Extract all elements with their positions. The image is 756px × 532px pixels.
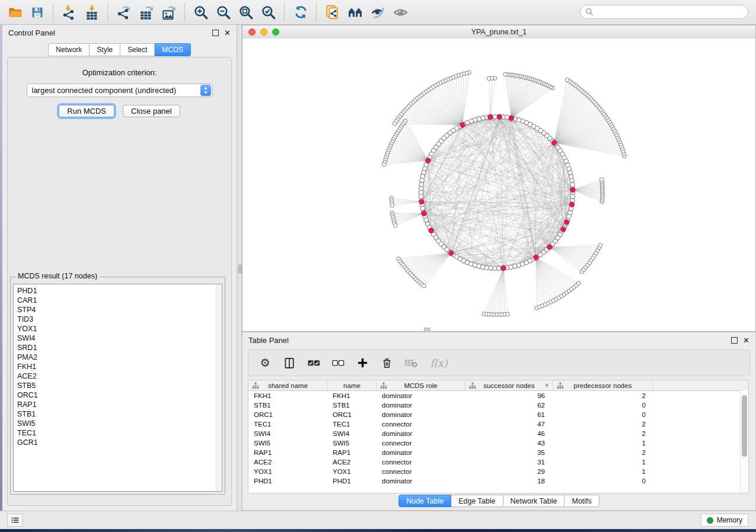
table-cell[interactable]: 31 [465,459,553,466]
mcds-list-scrollbar[interactable] [216,284,222,491]
table-cell[interactable]: 2 [553,449,653,456]
table-cell[interactable]: SWI5 [248,440,328,447]
network-graph[interactable] [243,39,755,331]
table-cell[interactable]: STB1 [328,402,377,409]
task-history-button[interactable] [7,514,23,527]
table-cell[interactable]: dominator [377,402,465,409]
close-window-icon[interactable] [248,28,256,36]
close-panel-button[interactable]: Close panel [123,105,180,117]
table-cell[interactable]: dominator [377,411,465,418]
table-cell[interactable]: SWI4 [248,430,328,437]
table-cell[interactable]: SWI4 [328,430,377,437]
column-header-mcds-role[interactable]: MCDS role [377,380,465,390]
table-cell[interactable]: YOX1 [248,468,328,475]
tab-node-table[interactable]: Node Table [398,495,451,507]
float-table-panel-icon[interactable] [731,337,738,344]
tab-edge-table[interactable]: Edge Table [451,495,503,507]
show-columns-button[interactable] [283,357,296,370]
table-cell[interactable]: PHD1 [328,477,377,485]
table-cell[interactable]: ORC1 [248,411,328,418]
run-mcds-button[interactable]: Run MCDS [59,105,114,117]
zoom-fit-button[interactable] [235,2,257,23]
table-cell[interactable]: 61 [465,411,553,418]
zoom-out-button[interactable] [212,2,235,23]
table-cell[interactable]: 0 [553,411,653,418]
table-cell[interactable]: 18 [465,477,553,485]
mcds-result-item[interactable]: PHD1 [17,286,222,296]
mcds-result-item[interactable]: ACE2 [17,371,222,381]
binoculars-button[interactable] [344,2,366,23]
mcds-result-item[interactable]: SWI4 [17,334,222,343]
optimization-criterion-select[interactable]: largest connected component (undirected) [27,84,213,97]
open-session-button[interactable] [4,2,26,23]
mcds-result-item[interactable]: RAP1 [17,400,222,409]
save-session-button[interactable] [26,2,49,23]
delete-table-button[interactable] [404,357,417,370]
table-cell[interactable]: 2 [553,421,653,428]
table-cell[interactable]: FKH1 [248,392,328,399]
table-cell[interactable]: 2 [553,430,653,437]
mcds-result-item[interactable]: STP4 [17,305,222,315]
column-header-predecessor-nodes[interactable]: predecessor nodes [553,380,653,390]
table-cell[interactable]: 0 [553,477,653,485]
table-cell[interactable]: connector [377,440,465,447]
table-scrollbar[interactable] [740,390,748,493]
memory-button[interactable]: Memory [701,514,748,527]
tab-style[interactable]: Style [90,43,120,56]
mcds-result-item[interactable]: ORC1 [17,390,222,400]
table-cell[interactable]: 35 [465,449,553,456]
column-header-shared-name[interactable]: shared name [248,380,328,390]
table-row[interactable]: TEC1TEC1connector472 [248,419,748,429]
hide-graphics-details-button[interactable] [366,2,389,23]
import-network-button[interactable] [58,2,81,23]
tab-mcds[interactable]: MCDS [155,43,190,56]
table-row[interactable]: SWI4SWI4dominator462 [248,429,748,438]
table-cell[interactable]: 2 [553,392,653,399]
table-cell[interactable]: ACE2 [248,459,328,466]
table-row[interactable]: SWI5SWI5connector431 [248,438,748,448]
network-canvas[interactable] [243,39,755,331]
table-cell[interactable]: TEC1 [328,421,377,428]
table-cell[interactable]: FKH1 [328,392,377,399]
mcds-result-item[interactable]: SWI5 [17,419,222,428]
zoom-selected-button[interactable] [257,2,280,23]
table-cell[interactable]: SWI5 [328,440,377,447]
table-cell[interactable]: dominator [377,430,465,437]
mcds-result-item[interactable]: SRD1 [17,343,222,352]
table-cell[interactable]: 0 [553,402,653,409]
mcds-result-item[interactable]: TEC1 [17,428,222,438]
split-pane-handle[interactable] [424,328,430,332]
table-row[interactable]: FKH1FKH1dominator962 [248,391,748,400]
delete-column-button[interactable] [380,357,393,370]
table-cell[interactable]: dominator [377,449,465,456]
table-cell[interactable]: connector [377,459,465,466]
table-scrollbar-thumb[interactable] [742,395,747,457]
export-image-button[interactable] [158,2,180,23]
mcds-result-item[interactable]: PMA2 [17,352,222,362]
function-builder-button[interactable]: f(x) [429,357,449,370]
import-table-button[interactable] [81,2,103,23]
table-cell[interactable]: 1 [553,459,653,466]
export-table-button[interactable] [135,2,158,23]
network-from-file-button[interactable] [321,2,344,23]
table-cell[interactable]: dominator [377,477,465,485]
table-cell[interactable]: ACE2 [328,459,377,466]
minimize-window-icon[interactable] [260,28,267,36]
table-cell[interactable]: TEC1 [248,421,328,428]
tab-network[interactable]: Network [48,43,90,56]
maximize-window-icon[interactable] [272,28,279,36]
table-cell[interactable]: 47 [465,421,553,428]
mcds-result-item[interactable]: STB5 [17,381,222,390]
deselect-all-columns-button[interactable] [331,357,344,370]
table-cell[interactable]: STB1 [248,402,328,409]
table-cell[interactable]: 1 [553,440,653,447]
table-row[interactable]: PHD1PHD1dominator180 [248,476,748,486]
table-cell[interactable]: 43 [465,440,553,447]
select-all-columns-button[interactable] [307,357,320,370]
table-cell[interactable]: dominator [377,392,465,399]
network-window-titlebar[interactable]: YPA_prune.txt_1 [243,25,755,39]
table-cell[interactable]: connector [377,468,465,475]
float-panel-icon[interactable] [212,30,219,36]
table-settings-button[interactable]: ⚙ [259,357,272,370]
refresh-layout-button[interactable] [289,2,312,23]
